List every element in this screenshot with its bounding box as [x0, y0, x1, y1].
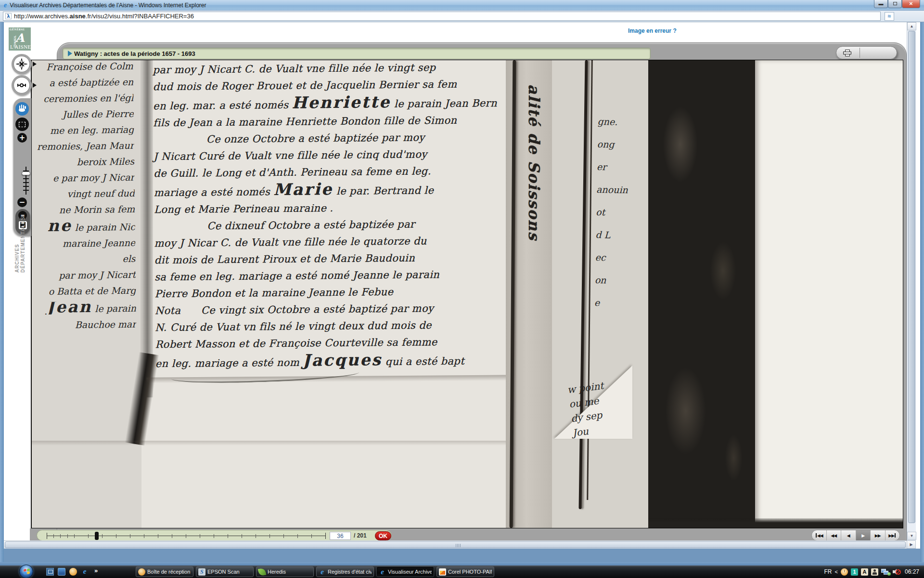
vertical-scroll-thumb[interactable] [908, 31, 915, 523]
close-button[interactable]: ✕ [902, 0, 920, 8]
taskbar-task-button[interactable]: Heredis [256, 566, 314, 577]
center-page-text-column: par moy J Nicart C. de Vualt vne fille n… [153, 60, 513, 372]
manuscript-fragment: Julles de Pierre [31, 108, 134, 120]
manuscript-fragment: e par moy J Nicar [31, 172, 134, 184]
right-edge-text-column: gne.ongeranouinotd Lecone [594, 117, 648, 321]
page-action-button[interactable]: ≋ [885, 12, 894, 21]
scroll-grip-icon [456, 544, 461, 547]
maximize-button[interactable] [888, 0, 902, 8]
book-cover-marbled [648, 60, 755, 528]
manuscript-fragment: on [595, 275, 645, 286]
nav-play-button[interactable]: ▶ [856, 530, 871, 540]
start-button[interactable] [19, 565, 33, 578]
scroll-down-button[interactable]: ▼ [907, 532, 916, 540]
page-crease-lower [32, 441, 513, 446]
system-tray: FR < 1 A 06:27 [824, 565, 923, 578]
taskbar-task-button[interactable]: Boîte de réception - ... [136, 566, 193, 577]
compass-tool-button[interactable] [13, 56, 30, 72]
window-controls: ▬ ✕ [874, 0, 920, 8]
user-tray-icon[interactable] [871, 568, 878, 576]
page-slider-thumb[interactable] [95, 532, 99, 540]
plus-icon: + [19, 134, 26, 142]
zoom-in-button[interactable]: + [17, 133, 27, 143]
zoom-slider[interactable] [22, 167, 30, 195]
quicklaunch-overflow-chevron[interactable]: » [94, 567, 98, 574]
url-text: http://www.archives.aisne.fr/visu2/visu.… [14, 13, 194, 20]
ie-icon [319, 568, 326, 576]
heredis-icon [258, 567, 266, 576]
select-region-button[interactable] [15, 118, 29, 131]
manuscript-fragment: ne Morin sa fem [32, 204, 135, 216]
page-slider[interactable] [47, 530, 326, 541]
reminder-tray-icon[interactable] [841, 568, 848, 576]
outlook-icon [138, 568, 145, 576]
language-a-tray-icon[interactable]: A [861, 568, 868, 576]
print-button[interactable] [836, 46, 897, 59]
manuscript-big-word: Jacques [303, 350, 382, 369]
pan-tool-button[interactable] [15, 102, 29, 116]
manuscript-fragment: me en leg. mariag [31, 124, 134, 136]
manuscript-fragment: beroix Miles [31, 156, 134, 168]
manuscript-fragment: maraine Jeanne [32, 237, 135, 250]
task-label: Registres d'état civil,... [328, 569, 372, 575]
compass-rose-icon [16, 58, 27, 70]
conseil-general-aisne-logo: GÉNÉRAL CONSEIL A L'AISNE [9, 27, 31, 51]
nav-last-button[interactable]: ▶▶ [886, 530, 900, 540]
task-label: EPSON Scan [207, 569, 240, 575]
clock[interactable]: 06:27 [905, 568, 919, 575]
network-tray-icon[interactable] [881, 568, 890, 576]
address-input[interactable]: λ http://www.archives.aisne.fr/visu2/vis… [3, 12, 881, 21]
manuscript-fragment: Jean le parain [33, 301, 136, 315]
page-number-input[interactable]: 36 [330, 532, 351, 540]
manuscript-scan-image[interactable]: Françoise de Colma esté baptizée encerem… [31, 60, 903, 528]
manuscript-line: en leg. mar. a esté només Henriette le p… [153, 92, 510, 115]
archives-departementales-label: ARCHIVES DÉPARTEMENTALES [14, 196, 26, 273]
nav-first-button[interactable]: ◀◀ [812, 530, 827, 540]
nav-rewind-button[interactable]: ◀◀ [827, 530, 842, 540]
zoom-slider-thumb[interactable] [22, 171, 30, 175]
manuscript-fragment: d L [595, 230, 646, 241]
manuscript-fragment: ceremonies en l'égl [31, 92, 134, 105]
ok-button[interactable]: OK [375, 531, 391, 540]
pan-hand-icon [19, 105, 26, 112]
ie-logo-icon: e [4, 1, 7, 9]
ie-quicklaunch[interactable]: e [81, 568, 89, 576]
taskbar-task-button[interactable]: Corel PHOTO-PAIN... [436, 566, 494, 577]
switch-windows-quicklaunch[interactable] [58, 568, 65, 576]
minimize-button[interactable]: ▬ [874, 0, 888, 8]
taskbar-task-button[interactable]: EPSON Scan [196, 566, 254, 577]
contrast-expand-triangle[interactable] [33, 83, 37, 88]
printer-icon [843, 50, 852, 56]
contrast-tool-button[interactable] [13, 77, 30, 93]
scroll-right-button[interactable]: ▶ [907, 540, 916, 549]
viewer-title-bar: Watigny : actes de la période 1657 - 169… [63, 48, 651, 59]
scan-bottom-shadow [648, 518, 903, 528]
compass-expand-triangle[interactable] [33, 62, 37, 66]
nav-previous-button[interactable]: ◀ [841, 530, 856, 540]
corel-icon [439, 568, 446, 576]
show-desktop-quicklaunch[interactable] [46, 568, 54, 576]
page-gutter-shadow [141, 60, 153, 397]
manuscript-fragment: ong [597, 139, 648, 150]
page-navigation-bar: 36 / 201 OK [37, 530, 392, 541]
scroll-up-button[interactable]: ▲ [907, 22, 916, 30]
vertical-scrollbar[interactable]: ▲ ▼ [907, 22, 916, 540]
tray-expand-chevron[interactable]: < [835, 569, 838, 575]
manuscript-fragment: Françoise de Colm [31, 61, 133, 73]
taskbar-task-button[interactable]: Registres d'état civil,... [316, 566, 374, 577]
manuscript-big-word: Jean [47, 301, 92, 315]
horizontal-scroll-thumb[interactable] [5, 541, 906, 548]
language-indicator[interactable]: FR [824, 568, 832, 575]
image-error-link[interactable]: Image en erreur ? [628, 27, 677, 34]
task-label: Corel PHOTO-PAIN... [448, 569, 492, 575]
app-one-tray-icon[interactable]: 1 [851, 568, 858, 576]
manuscript-fragment: ot [596, 207, 646, 218]
nav-forward-button[interactable]: ▶▶ [871, 530, 886, 540]
manuscript-fragment: els [32, 253, 135, 265]
logo-mark: A [15, 31, 25, 45]
volume-muted-tray-icon[interactable] [893, 568, 901, 576]
outlook-quicklaunch[interactable] [69, 568, 77, 576]
taskbar-task-button[interactable]: Visualiseur Archives ... [376, 566, 434, 577]
horizontal-scrollbar[interactable] [4, 540, 916, 549]
epson-icon [198, 568, 205, 576]
